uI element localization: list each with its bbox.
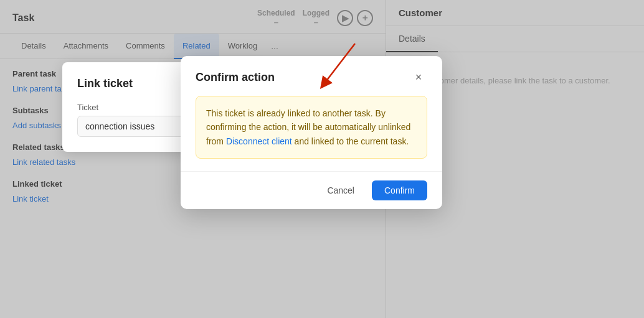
confirm-button[interactable]: Confirm	[372, 180, 427, 200]
confirm-modal-body: This ticket is already linked to another…	[181, 96, 442, 171]
cancel-button[interactable]: Cancel	[317, 180, 364, 200]
warning-box: This ticket is already linked to another…	[196, 96, 427, 159]
warning-text-after: and linked to the current task.	[292, 136, 409, 146]
disconnect-client-link[interactable]: Disconnect client	[226, 136, 292, 146]
close-modal-button[interactable]: ×	[410, 68, 427, 86]
confirm-modal-header: Confirm action ×	[181, 56, 442, 96]
confirm-action-modal: Confirm action × This ticket is already …	[181, 56, 442, 209]
confirm-modal-footer: Cancel Confirm	[181, 171, 442, 209]
confirm-modal-title: Confirm action	[196, 71, 275, 84]
